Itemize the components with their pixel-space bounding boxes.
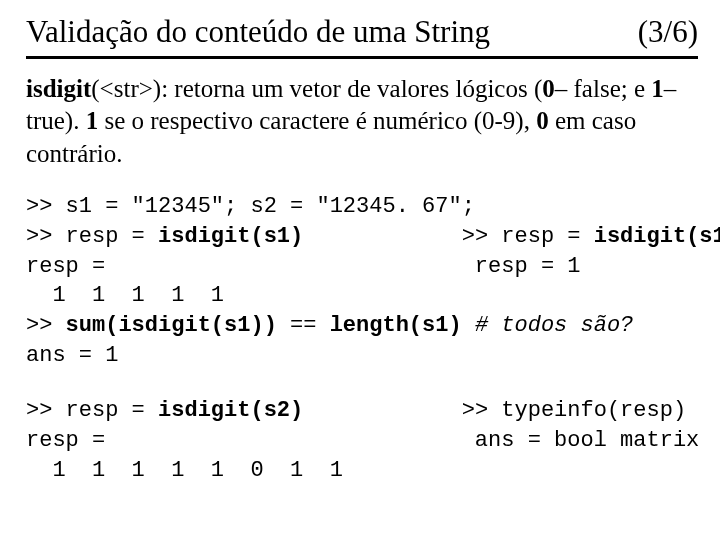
- c1-l3: resp = resp = 1: [26, 254, 581, 279]
- description: isdigit(<str>): retorna um vetor de valo…: [26, 73, 698, 171]
- slide-pager: (3/6): [638, 14, 698, 50]
- desc-false: – false; e: [555, 75, 651, 102]
- c1-l2b: isdigit(s1): [158, 224, 303, 249]
- title-row: Validação do conteúdo de uma String (3/6…: [26, 14, 698, 59]
- slide: Validação do conteúdo de uma String (3/6…: [0, 0, 720, 540]
- c2-l1c: >> typeinfo(resp): [303, 398, 686, 423]
- desc-one2: 1: [86, 107, 99, 134]
- c2-l1a: >> resp =: [26, 398, 158, 423]
- func-name: isdigit: [26, 75, 91, 102]
- c1-l5b: sum(isdigit(s1)): [66, 313, 277, 338]
- c1-l5a: >>: [26, 313, 66, 338]
- c1-l5e: [462, 313, 475, 338]
- c2-l2: resp = ans = bool matrix: [26, 428, 699, 453]
- c1-l6: ans = 1: [26, 343, 118, 368]
- c2-l3: 1 1 1 1 1 0 1 1: [26, 458, 343, 483]
- desc-mid: se o respectivo caractere é numérico (0-…: [98, 107, 536, 134]
- c1-l4: 1 1 1 1 1: [26, 283, 224, 308]
- slide-title: Validação do conteúdo de uma String: [26, 14, 490, 50]
- c1-l5c: ==: [277, 313, 330, 338]
- c1-l2d: isdigit(s1(1)): [594, 224, 720, 249]
- desc-zero: 0: [542, 75, 555, 102]
- c1-l2c: >> resp =: [303, 224, 593, 249]
- desc-sig: (<str>): retorna um vetor de valores lóg…: [91, 75, 542, 102]
- desc-one: 1: [651, 75, 664, 102]
- code-block-1: >> s1 = "12345"; s2 = "12345. 67"; >> re…: [26, 192, 698, 370]
- c1-l1: >> s1 = "12345"; s2 = "12345. 67";: [26, 194, 475, 219]
- c1-l5f: # todos são?: [475, 313, 633, 338]
- c1-l5d: length(s1): [330, 313, 462, 338]
- c1-l2a: >> resp =: [26, 224, 158, 249]
- code-block-2: >> resp = isdigit(s2) >> typeinfo(resp) …: [26, 396, 698, 485]
- desc-zero2: 0: [536, 107, 549, 134]
- c2-l1b: isdigit(s2): [158, 398, 303, 423]
